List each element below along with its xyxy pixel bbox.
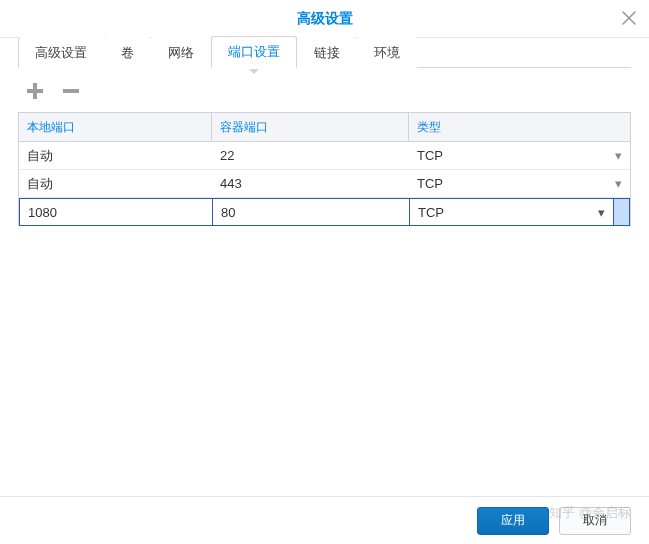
cell-local-port: 自动: [19, 147, 212, 165]
tab-network[interactable]: 网络: [151, 37, 211, 68]
table-row[interactable]: 自动 22 TCP ▾: [19, 142, 630, 170]
cell-local-port: 自动: [19, 175, 212, 193]
table-row[interactable]: 自动 443 TCP ▾: [19, 170, 630, 198]
col-type[interactable]: 类型: [409, 113, 630, 141]
table-row-editing[interactable]: TCP ▾: [19, 198, 630, 226]
cell-type: TCP ▾: [409, 148, 630, 163]
tab-bar: 高级设置 卷 网络 端口设置 链接 环境: [18, 38, 631, 68]
chevron-down-icon: ▾: [615, 176, 622, 191]
table-header: 本地端口 容器端口 类型: [19, 113, 630, 142]
col-local-port[interactable]: 本地端口: [19, 113, 212, 141]
close-icon[interactable]: [619, 8, 639, 28]
tab-volume[interactable]: 卷: [104, 37, 151, 68]
cell-type-value: TCP: [417, 148, 443, 163]
type-select[interactable]: TCP ▾: [409, 198, 614, 226]
tab-environment[interactable]: 环境: [357, 37, 417, 68]
row-selection-handle[interactable]: [614, 198, 630, 226]
container-port-input[interactable]: [212, 198, 409, 226]
chevron-down-icon: ▾: [615, 148, 622, 163]
chevron-down-icon: ▾: [598, 205, 605, 220]
dialog-footer: 应用 取消: [0, 496, 649, 544]
cell-container-port: 443: [212, 176, 409, 191]
remove-icon[interactable]: [60, 80, 82, 102]
add-icon[interactable]: [24, 80, 46, 102]
col-container-port[interactable]: 容器端口: [212, 113, 409, 141]
toolbar: [24, 80, 631, 102]
dialog-title: 高级设置: [297, 10, 353, 28]
cell-type: TCP ▾: [409, 176, 630, 191]
dialog-header: 高级设置: [0, 0, 649, 38]
cell-type-value: TCP: [417, 176, 443, 191]
tab-port-settings[interactable]: 端口设置: [211, 36, 297, 68]
advanced-settings-dialog: 高级设置 高级设置 卷 网络 端口设置 链接 环境 本地端口 容器端口 类型: [0, 0, 649, 544]
cancel-button[interactable]: 取消: [559, 507, 631, 535]
type-select-value: TCP: [418, 205, 444, 220]
port-table: 本地端口 容器端口 类型 自动 22 TCP ▾ 自动 443 TCP ▾: [18, 112, 631, 226]
dialog-body: 本地端口 容器端口 类型 自动 22 TCP ▾ 自动 443 TCP ▾: [0, 68, 649, 496]
apply-button[interactable]: 应用: [477, 507, 549, 535]
local-port-input[interactable]: [19, 198, 212, 226]
cell-container-port: 22: [212, 148, 409, 163]
tab-advanced-settings[interactable]: 高级设置: [18, 37, 104, 68]
tab-links[interactable]: 链接: [297, 37, 357, 68]
